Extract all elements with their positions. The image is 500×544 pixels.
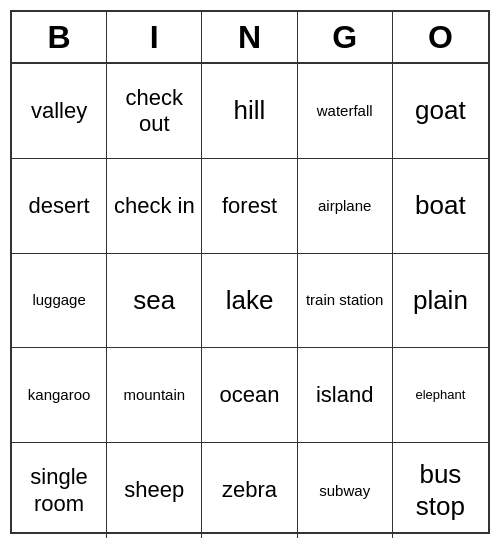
header-letter: N xyxy=(202,12,297,62)
cell-text: sheep xyxy=(124,477,184,503)
cell-r2-c1: desert xyxy=(12,159,107,254)
cell-text: bus stop xyxy=(397,459,484,521)
cell-text: mountain xyxy=(123,386,185,404)
cell-r4-c2: mountain xyxy=(107,348,202,443)
cell-text: valley xyxy=(31,98,87,124)
bingo-grid: valleycheck outhillwaterfallgoatdesertch… xyxy=(12,64,488,538)
cell-r5-c1: single room xyxy=(12,443,107,538)
cell-r3-c5: plain xyxy=(393,254,488,349)
cell-r3-c1: luggage xyxy=(12,254,107,349)
cell-r1-c5: goat xyxy=(393,64,488,159)
cell-r3-c4: train station xyxy=(298,254,393,349)
cell-r2-c3: forest xyxy=(202,159,297,254)
cell-text: sea xyxy=(133,285,175,316)
cell-r1-c2: check out xyxy=(107,64,202,159)
cell-r1-c4: waterfall xyxy=(298,64,393,159)
header-letter: O xyxy=(393,12,488,62)
header-letter: B xyxy=(12,12,107,62)
cell-text: check out xyxy=(111,85,197,138)
cell-text: waterfall xyxy=(317,102,373,120)
header-letter: I xyxy=(107,12,202,62)
cell-text: island xyxy=(316,382,373,408)
cell-text: elephant xyxy=(415,387,465,403)
cell-text: boat xyxy=(415,190,466,221)
cell-r4-c3: ocean xyxy=(202,348,297,443)
cell-r2-c4: airplane xyxy=(298,159,393,254)
cell-text: subway xyxy=(319,482,370,500)
cell-r5-c2: sheep xyxy=(107,443,202,538)
cell-text: kangaroo xyxy=(28,386,91,404)
cell-r5-c4: subway xyxy=(298,443,393,538)
header-letter: G xyxy=(298,12,393,62)
cell-r1-c1: valley xyxy=(12,64,107,159)
cell-r5-c5: bus stop xyxy=(393,443,488,538)
bingo-header: BINGO xyxy=(12,12,488,64)
cell-text: luggage xyxy=(32,291,85,309)
cell-r2-c2: check in xyxy=(107,159,202,254)
cell-text: airplane xyxy=(318,197,371,215)
cell-r4-c5: elephant xyxy=(393,348,488,443)
cell-text: forest xyxy=(222,193,277,219)
cell-text: goat xyxy=(415,95,466,126)
cell-text: train station xyxy=(306,291,384,309)
cell-text: ocean xyxy=(220,382,280,408)
cell-r4-c4: island xyxy=(298,348,393,443)
cell-r5-c3: zebra xyxy=(202,443,297,538)
cell-text: check in xyxy=(114,193,195,219)
cell-r1-c3: hill xyxy=(202,64,297,159)
cell-r2-c5: boat xyxy=(393,159,488,254)
cell-r3-c2: sea xyxy=(107,254,202,349)
cell-text: single room xyxy=(16,464,102,517)
cell-r4-c1: kangaroo xyxy=(12,348,107,443)
bingo-card: BINGO valleycheck outhillwaterfallgoatde… xyxy=(10,10,490,534)
cell-text: lake xyxy=(226,285,274,316)
cell-text: zebra xyxy=(222,477,277,503)
cell-text: plain xyxy=(413,285,468,316)
cell-text: hill xyxy=(234,95,266,126)
cell-text: desert xyxy=(29,193,90,219)
cell-r3-c3: lake xyxy=(202,254,297,349)
